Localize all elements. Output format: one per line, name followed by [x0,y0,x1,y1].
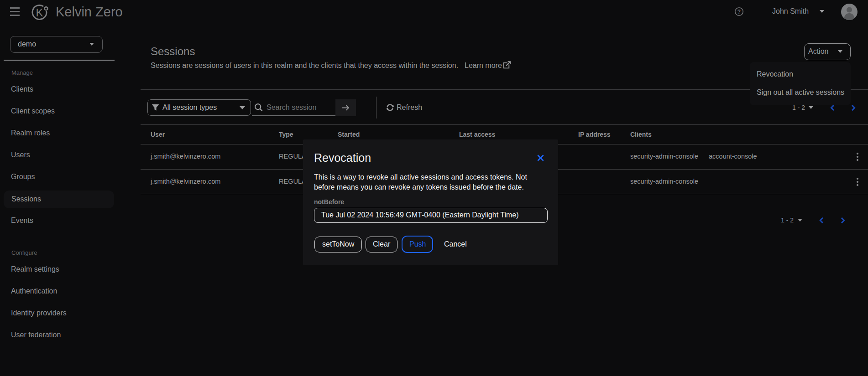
svg-text:?: ? [737,9,741,15]
svg-text:K: K [36,6,43,19]
